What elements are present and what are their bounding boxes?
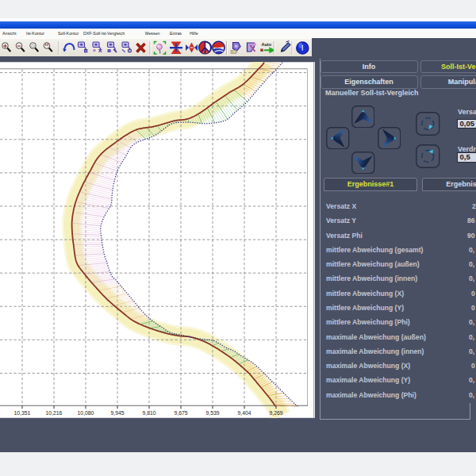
svg-text:9,404: 9,404	[237, 410, 251, 416]
svg-text:9,810: 9,810	[142, 410, 155, 416]
svg-text:9,539: 9,539	[205, 410, 219, 416]
svg-text:Auto: Auto	[262, 42, 272, 47]
svg-text:BCD: BCD	[232, 51, 238, 54]
svg-text:9,945: 9,945	[110, 410, 124, 416]
svg-text:10,216: 10,216	[46, 410, 63, 416]
svg-text:10,080: 10,080	[78, 410, 94, 416]
svg-text:10,351: 10,351	[14, 410, 31, 416]
svg-text:9,675: 9,675	[174, 410, 187, 416]
svg-text:9,269: 9,269	[269, 410, 282, 416]
